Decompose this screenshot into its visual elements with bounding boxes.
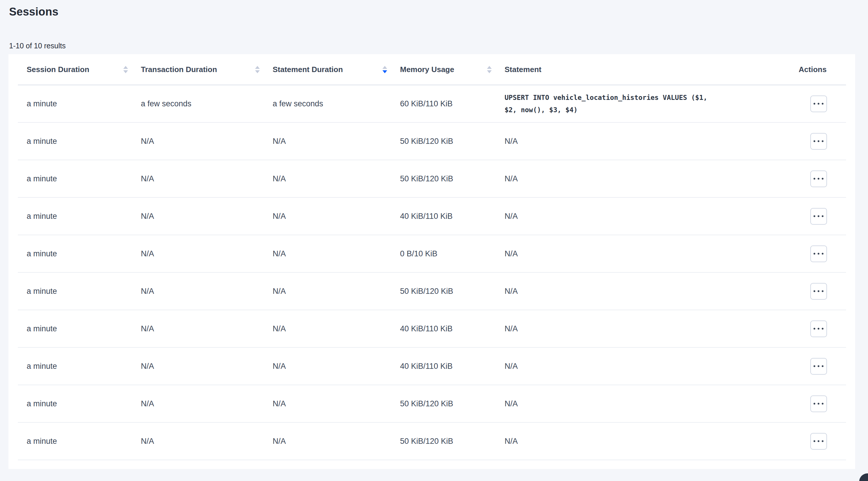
row-actions-button[interactable]	[810, 321, 827, 337]
ellipsis-icon	[813, 253, 815, 254]
table-row: a minute N/A N/A 50 KiB/120 KiB N/A	[18, 160, 846, 198]
transaction-duration-cell: N/A	[132, 310, 264, 348]
corner-widget[interactable]	[859, 473, 868, 481]
ellipsis-icon	[822, 328, 824, 330]
statement-cell: N/A	[496, 385, 791, 422]
session-duration-cell: a minute	[18, 85, 132, 122]
statement-duration-cell: N/A	[264, 348, 391, 385]
row-actions-button[interactable]	[810, 358, 827, 375]
table-row: a minute N/A N/A 40 KiB/110 KiB N/A	[18, 348, 846, 385]
ellipsis-icon	[818, 215, 819, 217]
sort-icon[interactable]	[123, 66, 128, 73]
ellipsis-icon	[813, 103, 815, 104]
ellipsis-icon	[822, 365, 824, 367]
ellipsis-icon	[822, 290, 824, 292]
actions-cell	[791, 235, 846, 272]
session-duration-cell: a minute	[18, 198, 132, 235]
column-header-transaction-duration[interactable]: Transaction Duration	[132, 54, 264, 85]
sort-icon[interactable]	[382, 66, 387, 73]
column-label: Statement Duration	[273, 65, 343, 74]
row-actions-button[interactable]	[810, 433, 827, 450]
row-actions-button[interactable]	[810, 395, 827, 412]
memory-usage-cell: 60 KiB/110 KiB	[391, 85, 496, 122]
sort-icon[interactable]	[255, 66, 260, 73]
statement-cell: N/A	[496, 160, 791, 198]
sort-desc-arrow	[382, 70, 387, 73]
statement-cell: N/A	[496, 122, 791, 160]
table-row: a minute N/A N/A 50 KiB/120 KiB N/A	[18, 272, 846, 310]
transaction-duration-cell: N/A	[132, 198, 264, 235]
actions-cell	[791, 160, 846, 198]
column-label: Transaction Duration	[141, 65, 217, 74]
table-row: a minute N/A N/A 0 B/10 KiB N/A	[18, 235, 846, 272]
statement-sql-line: UPSERT INTO vehicle_location_histories V…	[504, 91, 791, 104]
transaction-duration-cell: N/A	[132, 422, 264, 460]
ellipsis-icon	[822, 178, 824, 180]
row-actions-button[interactable]	[810, 133, 827, 150]
column-header-session-duration[interactable]: Session Duration	[18, 54, 132, 85]
ellipsis-icon	[818, 403, 819, 404]
memory-usage-cell: 50 KiB/120 KiB	[391, 122, 496, 160]
ellipsis-icon	[813, 215, 815, 217]
column-header-actions: Actions	[791, 54, 846, 85]
table-row: a minute N/A N/A 40 KiB/110 KiB N/A	[18, 198, 846, 235]
statement-cell: UPSERT INTO vehicle_location_histories V…	[496, 85, 791, 122]
transaction-duration-cell: N/A	[132, 122, 264, 160]
statement-duration-cell: N/A	[264, 310, 391, 348]
session-duration-cell: a minute	[18, 160, 132, 198]
statement-duration-cell: N/A	[264, 385, 391, 422]
memory-usage-cell: 40 KiB/110 KiB	[391, 310, 496, 348]
row-actions-button[interactable]	[810, 245, 827, 262]
sort-asc-arrow	[487, 66, 492, 69]
row-actions-button[interactable]	[810, 95, 827, 112]
table-body: a minute a few seconds a few seconds 60 …	[18, 85, 846, 460]
statement-cell: N/A	[496, 272, 791, 310]
page-title: Sessions	[9, 5, 58, 19]
session-duration-cell: a minute	[18, 235, 132, 272]
ellipsis-icon	[822, 253, 824, 254]
row-actions-button[interactable]	[810, 171, 827, 187]
session-duration-cell: a minute	[18, 385, 132, 422]
sort-asc-arrow	[123, 66, 128, 69]
column-header-memory-usage[interactable]: Memory Usage	[391, 54, 496, 85]
session-duration-cell: a minute	[18, 310, 132, 348]
table-header: Session Duration Transaction Duration	[18, 54, 846, 85]
ellipsis-icon	[818, 365, 819, 367]
ellipsis-icon	[818, 440, 819, 442]
ellipsis-icon	[813, 365, 815, 367]
statement-duration-cell: N/A	[264, 198, 391, 235]
session-duration-cell: a minute	[18, 272, 132, 310]
actions-cell	[791, 348, 846, 385]
ellipsis-icon	[813, 178, 815, 180]
transaction-duration-cell: N/A	[132, 385, 264, 422]
statement-cell: N/A	[496, 422, 791, 460]
ellipsis-icon	[813, 140, 815, 142]
table-row: a minute N/A N/A 50 KiB/120 KiB N/A	[18, 122, 846, 160]
statement-duration-cell: N/A	[264, 422, 391, 460]
row-actions-button[interactable]	[810, 283, 827, 300]
transaction-duration-cell: N/A	[132, 160, 264, 198]
sessions-table: Session Duration Transaction Duration	[18, 54, 846, 460]
memory-usage-cell: 50 KiB/120 KiB	[391, 272, 496, 310]
column-header-statement-duration[interactable]: Statement Duration	[264, 54, 391, 85]
actions-cell	[791, 198, 846, 235]
statement-cell: N/A	[496, 348, 791, 385]
memory-usage-cell: 40 KiB/110 KiB	[391, 348, 496, 385]
statement-duration-cell: N/A	[264, 122, 391, 160]
row-actions-button[interactable]	[810, 208, 827, 225]
ellipsis-icon	[818, 290, 819, 292]
ellipsis-icon	[822, 215, 824, 217]
statement-duration-cell: a few seconds	[264, 85, 391, 122]
ellipsis-icon	[818, 178, 819, 180]
statement-duration-cell: N/A	[264, 160, 391, 198]
actions-cell	[791, 385, 846, 422]
table-row: a minute N/A N/A 50 KiB/120 KiB N/A	[18, 422, 846, 460]
column-label: Statement	[504, 65, 541, 74]
ellipsis-icon	[813, 403, 815, 404]
memory-usage-cell: 50 KiB/120 KiB	[391, 385, 496, 422]
sort-asc-arrow	[255, 66, 260, 69]
statement-duration-cell: N/A	[264, 235, 391, 272]
actions-cell	[791, 85, 846, 122]
sort-icon[interactable]	[487, 66, 492, 73]
sort-desc-arrow	[487, 70, 492, 73]
